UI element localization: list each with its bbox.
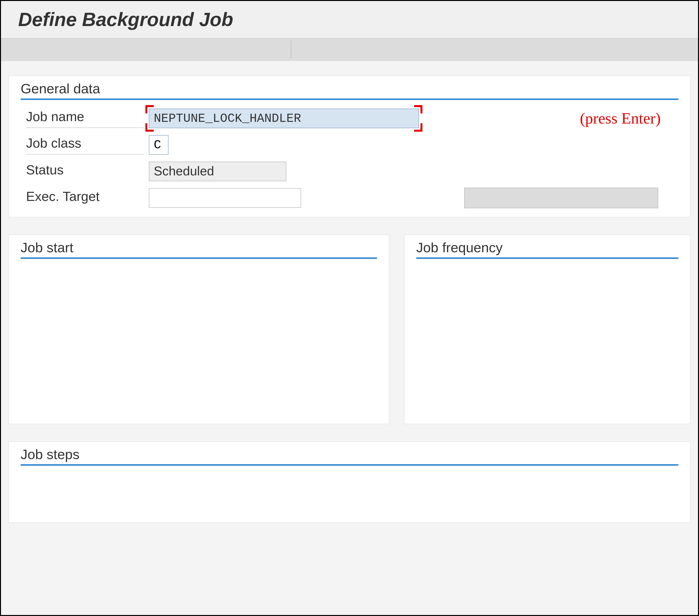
row-job-class: Job class: [26, 133, 683, 156]
toolbar-button-4[interactable]: [375, 42, 414, 57]
panel-job-frequency: Job frequency: [404, 235, 691, 424]
toolbar-divider: [291, 41, 291, 58]
panel-general-data-title: General data: [21, 81, 683, 96]
panel-divider: [416, 258, 678, 259]
panel-job-frequency-title: Job frequency: [416, 239, 683, 255]
toolbar-button-7[interactable]: [559, 42, 598, 57]
job-class-input[interactable]: [149, 135, 169, 155]
label-exec-target: Exec. Target: [26, 189, 144, 207]
toolbar-button-5[interactable]: [436, 42, 475, 57]
toolbar-button-6[interactable]: [498, 42, 537, 57]
label-status: Status: [26, 162, 144, 181]
panel-job-steps-title: Job steps: [21, 446, 683, 462]
label-job-name: Job name: [26, 109, 144, 128]
highlight-bracket-br: [414, 123, 422, 132]
press-enter-hint: (press Enter): [580, 109, 661, 128]
status-display: Scheduled: [149, 162, 286, 181]
title-bar: Define Background Job: [1, 1, 698, 39]
highlight-bracket-tl: [145, 105, 154, 114]
highlight-bracket-tr: [414, 105, 422, 114]
toolbar-button-3[interactable]: [313, 42, 353, 57]
row-exec-target: Exec. Target: [26, 186, 683, 210]
toolbar-button-2[interactable]: [77, 42, 116, 57]
toolbar-button-1[interactable]: [16, 42, 55, 57]
highlight-bracket-bl: [145, 123, 154, 132]
panel-job-steps: Job steps: [8, 441, 691, 523]
panel-job-start-title: Job start: [21, 239, 381, 255]
panel-divider: [21, 464, 678, 466]
row-job-name: Job name (press Enter): [26, 107, 683, 130]
application-toolbar: [1, 39, 698, 61]
job-name-input[interactable]: [149, 108, 419, 128]
panel-general-data: General data Job name (press Enter) Job …: [8, 76, 691, 218]
row-status: Status Scheduled: [26, 160, 683, 183]
spool-list-recipient-button[interactable]: [464, 188, 658, 208]
panel-divider: [21, 99, 678, 100]
exec-target-input[interactable]: [149, 188, 301, 208]
job-name-input-wrap: [149, 108, 419, 128]
panel-divider: [21, 258, 377, 259]
panel-job-start: Job start: [8, 235, 389, 424]
page-title: Define Background Job: [18, 8, 683, 31]
label-job-class: Job class: [26, 135, 144, 155]
